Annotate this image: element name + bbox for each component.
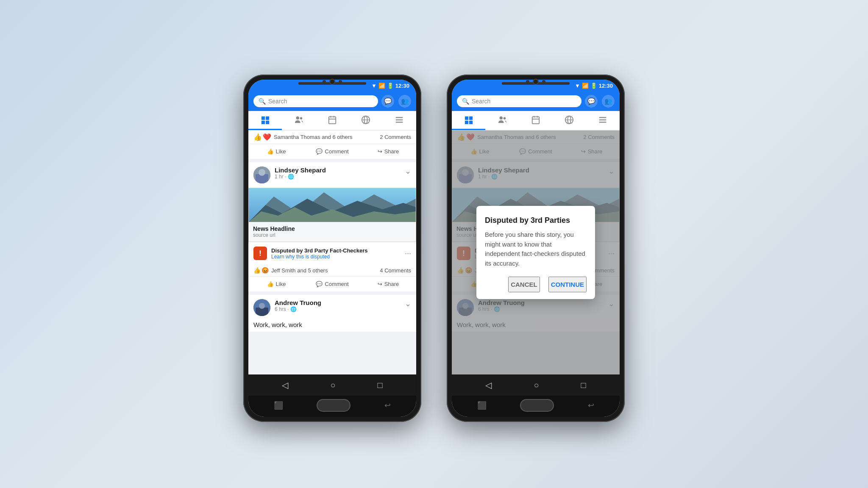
tab-globe[interactable] [349,111,383,130]
back-button-2[interactable]: ◁ [485,380,492,390]
disputed-warning-icon: ! [253,247,267,260]
svg-rect-3 [266,121,269,124]
camera-dot [323,80,326,83]
signal-icons-2: ▼ 📶 🔋 12:30 [575,83,613,89]
more-options-icon[interactable]: ··· [405,249,411,258]
friends-requests-icon-2[interactable]: 👥 [602,95,615,108]
reactions-count-1: Samantha Thomas and 6 others [274,134,353,140]
post-author-andrew: Andrew Truong [275,299,405,306]
messenger-icon[interactable]: 💬 [381,95,394,108]
comments-count-1: 2 Comments [380,134,411,140]
chevron-down-icon-lindsey[interactable]: ⌄ [405,166,411,176]
camera-dot2 [339,80,342,83]
tab-menu-2[interactable] [586,111,620,130]
search-placeholder-1: Search [268,98,287,105]
like-button-2[interactable]: 👍 Like [248,278,304,290]
phone-2: ▼ 📶 🔋 12:30 🔍 Search 💬 👥 [447,75,625,422]
home-hw-button-2[interactable] [520,399,554,412]
like-button-1[interactable]: 👍 Like [248,146,304,157]
disputed-link[interactable]: Learn why this is disputed [271,254,401,260]
news-card: News Headline source url [248,188,416,242]
post-header-lindsey: Lindsey Shepard 1 hr · 🌐 ⌄ [248,162,416,188]
svg-rect-27 [469,116,473,120]
wifi-icon-2: ▼ [575,83,580,89]
post-author-lindsey: Lindsey Shepard [275,166,405,174]
post-body-andrew: Work, work, work [248,320,416,332]
comment-icon-2: 💬 [316,281,323,287]
tab-friends[interactable] [282,111,315,130]
messenger-icon-2[interactable]: 💬 [585,95,598,108]
fb-header-1: 🔍 Search 💬 👥 [248,92,416,111]
back-button-1[interactable]: ◁ [282,380,288,390]
phone-camera-2 [526,79,545,85]
feed-1: 👍 ❤️ Samantha Thomas and 6 others 2 Comm… [248,130,416,374]
tab-newsfeed-2[interactable] [452,111,485,130]
tab-newsfeed[interactable] [248,111,282,130]
post-time-andrew: 6 hrs · 🌐 [275,306,405,312]
tab-friends-2[interactable] [485,111,519,130]
svg-point-18 [259,169,265,176]
comment-button-1[interactable]: 💬 Comment [304,146,360,157]
recents-button-2[interactable]: □ [581,380,586,390]
hardware-buttons-1: ⬛ ↩ [248,396,416,417]
battery-icon: 🔋 [387,83,394,89]
share-icon: ↪ [378,148,382,155]
home-button-1[interactable]: ○ [330,380,335,390]
action-buttons-2: 👍 Like 💬 Comment ↪ Share [248,277,416,291]
home-button-2[interactable]: ○ [534,380,539,390]
continue-button[interactable]: CONTINUE [548,277,587,292]
recents-button-1[interactable]: □ [377,380,382,390]
android-nav-1: ◁ ○ □ [248,374,416,396]
dialog-body: Before you share this story, you might w… [485,230,587,268]
like-icon-2: 👍 [267,281,274,287]
svg-rect-2 [261,121,264,124]
back-hw-2[interactable]: ↩ [588,401,594,410]
comment-icon: 💬 [316,148,323,155]
nav-tabs-2 [452,111,620,130]
tab-events[interactable] [315,111,349,130]
phone-camera-1 [323,79,342,85]
search-bar-2[interactable]: 🔍 Search [457,95,581,107]
share-button-2[interactable]: ↪ Share [360,278,416,290]
phones-container: ▼ 📶 🔋 12:30 🔍 Search 💬 👥 [243,75,625,422]
tab-events-2[interactable] [519,111,552,130]
reactions-bar-1: 👍 ❤️ Samantha Thomas and 6 others 2 Comm… [248,130,416,144]
back-hw[interactable]: ↩ [384,401,391,410]
tab-globe-2[interactable] [553,111,586,130]
cancel-button[interactable]: CANCEL [508,277,540,292]
search-icon: 🔍 [259,98,266,105]
post-card-top: 👍 ❤️ Samantha Thomas and 6 others 2 Comm… [248,130,416,159]
comments-count-2: 4 Comments [380,267,411,274]
avatar-img-lindsey [253,166,270,183]
recent-apps-hw-2[interactable]: ⬛ [477,401,487,410]
svg-point-5 [300,117,303,120]
avatar-andrew [253,299,270,316]
share-button-1[interactable]: ↪ Share [360,146,416,157]
time-display-2: 12:30 [599,83,613,89]
reaction-icons-1: 👍 ❤️ Samantha Thomas and 6 others [253,133,353,141]
post-meta-andrew: Andrew Truong 6 hrs · 🌐 [275,299,405,312]
tab-menu[interactable] [383,111,416,130]
friends-requests-icon[interactable]: 👥 [398,95,411,108]
recent-apps-hw[interactable]: ⬛ [274,401,283,410]
disputed-text: Disputed by 3rd Party Fact-Checkers Lear… [271,247,401,260]
avatar-lindsey [253,166,270,183]
search-bar-1[interactable]: 🔍 Search [253,95,378,107]
search-icon-2: 🔍 [462,98,469,105]
comment-button-2[interactable]: 💬 Comment [304,278,360,290]
svg-point-4 [296,116,299,119]
home-hw-button[interactable] [317,399,351,412]
header-icons-2: 💬 👥 [585,95,615,108]
like-reaction: 👍 [253,133,262,141]
post-card-lindsey: Lindsey Shepard 1 hr · 🌐 ⌄ [248,162,416,291]
camera-dot3 [542,80,545,83]
reactions-count-2: Jeff Smith and 5 others [271,267,328,274]
disputed-title: Disputed by 3rd Party Fact-Checkers [271,247,401,254]
time-display: 12:30 [395,83,409,89]
like-icon: 👍 [267,148,274,155]
reactions-bar-2: 👍 😡 Jeff Smith and 5 others 4 Comments [248,264,416,277]
header-icons-1: 💬 👥 [381,95,411,108]
chevron-down-icon-andrew[interactable]: ⌄ [405,299,411,308]
nav-tabs-1 [248,111,416,130]
camera-lens [329,79,335,85]
